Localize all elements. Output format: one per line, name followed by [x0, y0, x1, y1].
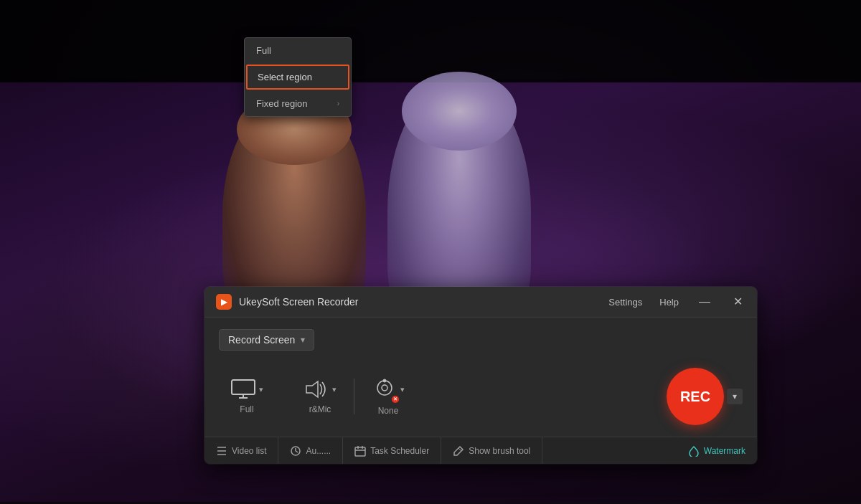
- svg-point-5: [382, 385, 387, 391]
- audio-label: r&Mic: [309, 404, 331, 414]
- watermark-item[interactable]: Watermark: [677, 437, 757, 464]
- auto-item[interactable]: Au......: [278, 437, 343, 464]
- svg-point-6: [383, 379, 386, 382]
- dropdown-menu: Full Select region Fixed region ›: [244, 37, 352, 117]
- main-content: Record Screen ▾ ▾ Full: [204, 318, 757, 437]
- fixed-region-arrow: ›: [337, 100, 339, 108]
- top-overlay: [0, 0, 861, 82]
- rec-button[interactable]: REC: [667, 368, 724, 425]
- svg-rect-13: [355, 447, 365, 456]
- drop-icon: [688, 445, 700, 457]
- camera-x-badge: ✕: [392, 396, 399, 403]
- title-bar: ▶ UkeySoft Screen Recorder Settings Help…: [204, 287, 757, 318]
- display-btn: ▾: [230, 379, 263, 400]
- menu-fixed-region-label: Fixed region: [256, 98, 308, 109]
- audio-btn: ▾: [304, 379, 337, 400]
- svg-line-17: [458, 448, 461, 451]
- camera-label: None: [378, 406, 399, 416]
- menu-item-select-region[interactable]: Select region: [246, 65, 349, 90]
- app-window: ▶ UkeySoft Screen Recorder Settings Help…: [204, 287, 757, 464]
- svg-marker-3: [306, 381, 318, 397]
- controls-row: ▾ Full ▾ r&Mic: [219, 362, 743, 437]
- monitor-icon: [230, 379, 256, 400]
- brush-icon: [453, 445, 464, 457]
- app-title: UkeySoft Screen Recorder: [239, 296, 608, 308]
- title-controls: Settings Help — ✕: [608, 296, 745, 308]
- help-menu[interactable]: Help: [659, 297, 679, 308]
- video-list-item[interactable]: Video list: [204, 437, 278, 464]
- menu-item-full[interactable]: Full: [245, 38, 351, 63]
- mode-arrow: ▾: [301, 335, 305, 345]
- watermark-label: Watermark: [704, 446, 745, 456]
- svg-point-4: [377, 381, 392, 395]
- display-dropdown-arrow: ▾: [259, 385, 263, 394]
- task-scheduler-label: Task Scheduler: [370, 446, 429, 456]
- menu-item-fixed-region[interactable]: Fixed region ›: [245, 91, 351, 116]
- camera-icon-wrapper: ✕: [372, 377, 397, 401]
- brush-tool-item[interactable]: Show brush tool: [441, 437, 542, 464]
- camera-dropdown-arrow: ▾: [400, 385, 405, 394]
- menu-select-region-label: Select region: [258, 72, 312, 82]
- bottom-bar: Video list Au...... Task Scheduler: [204, 437, 757, 464]
- display-control[interactable]: ▾ Full: [219, 379, 275, 414]
- speaker-icon: [304, 379, 329, 400]
- display-label: Full: [240, 404, 253, 414]
- mode-selector-row: Record Screen ▾: [219, 329, 743, 351]
- menu-full-label: Full: [256, 45, 271, 56]
- app-icon: ▶: [216, 294, 232, 310]
- controls-divider: [354, 379, 354, 414]
- mode-dropdown[interactable]: Record Screen ▾: [219, 329, 314, 351]
- mode-label: Record Screen: [228, 334, 295, 346]
- rec-dropdown-button[interactable]: ▾: [727, 389, 743, 404]
- task-scheduler-item[interactable]: Task Scheduler: [343, 437, 441, 464]
- camera-btn: ✕ ▾: [372, 377, 405, 401]
- svg-rect-0: [232, 380, 255, 394]
- close-button[interactable]: ✕: [730, 296, 745, 308]
- minimize-button[interactable]: —: [696, 296, 713, 308]
- settings-menu[interactable]: Settings: [608, 297, 642, 308]
- list-icon: [216, 446, 227, 456]
- auto-label: Au......: [306, 446, 331, 456]
- camera-control[interactable]: ✕ ▾ None: [360, 377, 416, 416]
- audio-dropdown-arrow: ▾: [332, 385, 337, 394]
- clock-icon: [290, 445, 301, 457]
- video-list-label: Video list: [232, 446, 266, 456]
- rec-area: REC ▾: [667, 368, 743, 425]
- svg-line-12: [296, 451, 298, 452]
- brush-tool-label: Show brush tool: [469, 446, 530, 456]
- audio-control[interactable]: ▾ r&Mic: [275, 379, 348, 414]
- calendar-icon: [354, 445, 366, 457]
